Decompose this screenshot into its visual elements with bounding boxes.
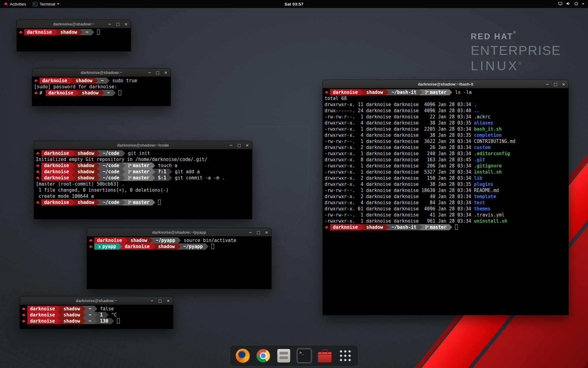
redhat-prompt-icon <box>36 150 41 156</box>
terminal-line: darknoiseshadow~/codemastertouch a <box>36 163 250 169</box>
executable-name: bash_it.sh <box>474 126 502 132</box>
window-close-button[interactable]: × <box>167 299 170 303</box>
terminal-text: -rwxrwxr-x. 1 darknoise darknoise 5327 J… <box>325 169 474 175</box>
dock-item-chrome[interactable] <box>255 348 271 364</box>
wallpaper-line <box>246 127 309 127</box>
window-close-button[interactable]: × <box>246 143 249 147</box>
powerline-arrow-icon <box>152 199 155 205</box>
window-maximize-button[interactable]: □ <box>116 22 120 26</box>
window-close-button[interactable]: × <box>562 82 565 86</box>
clock[interactable]: Sat 03:57 <box>285 2 303 6</box>
activities-button[interactable]: Activities <box>0 0 30 8</box>
terminal-line: total 68 <box>325 95 567 102</box>
terminal-content[interactable]: darknoiseshadow~/pyappsource bin/activat… <box>87 236 271 251</box>
prompt-segment-text: ~ <box>89 312 91 318</box>
terminal-text: drwxrwxr-x. 8 darknoise darknoise 163 Ja… <box>325 157 474 163</box>
window-maximize-button[interactable]: □ <box>257 230 260 234</box>
window-minimize-button[interactable]: − <box>148 71 151 75</box>
prompt-segment-host: shadow <box>61 312 83 318</box>
terminal-line: pyappdarknoiseshadow~/pyapp <box>89 243 270 250</box>
prompt-segment-text: darknoise <box>42 78 67 83</box>
powerline-arrow-icon <box>107 78 110 84</box>
terminal-content[interactable]: darknoiseshadow~falsedarknoiseshadow~1^C… <box>20 305 173 325</box>
prompt-segment-path: ~/bash-it <box>389 89 419 95</box>
window-titlebar[interactable]: darknoise@shadow:~ − □ × <box>20 297 173 305</box>
window-maximize-button[interactable]: □ <box>158 299 162 303</box>
terminal-text: -rw-rw-r--. 1 darknoise darknoise 3622 J… <box>325 139 474 144</box>
prompt-segment-text: shadow <box>63 318 80 324</box>
prompt-segment-text: shadow <box>82 90 98 96</box>
prompt-segment-text: ~/pyapp <box>156 238 175 243</box>
window-titlebar[interactable]: darknoise@shadow:~ − □ × <box>17 20 131 28</box>
redhat-prompt-icon <box>22 312 27 318</box>
terminal-content[interactable]: darknoiseshadow~sudo true[sudo] password… <box>32 77 171 97</box>
window-minimize-button[interactable]: − <box>150 299 154 303</box>
window-maximize-button[interactable]: □ <box>237 143 241 147</box>
terminal-window-code: darknoise@shadow:~/code − □ × darknoises… <box>34 141 252 219</box>
dock-item-firefox[interactable] <box>235 348 251 364</box>
window-titlebar[interactable]: darknoise@shadow:~ − □ × <box>32 68 171 77</box>
powerline-arrow-icon <box>386 89 389 95</box>
terminal-line: darknoiseshadow~ <box>19 29 129 35</box>
powerline-arrow-icon <box>169 169 172 175</box>
window-minimize-button[interactable]: − <box>546 82 549 86</box>
powerline-arrow-icon <box>178 237 181 243</box>
window-titlebar[interactable]: darknoise@shadow:~/bash-it − □ × <box>323 80 568 88</box>
window-minimize-button[interactable]: − <box>108 22 111 26</box>
window-minimize-button[interactable]: − <box>229 143 233 147</box>
dock-item-terminal[interactable]: >_ <box>296 348 312 364</box>
dock-item-files[interactable] <box>276 348 292 364</box>
prompt-segment-path: ~/pyapp <box>153 237 178 243</box>
redhat-prompt-icon <box>22 306 27 312</box>
window-close-button[interactable]: × <box>265 230 268 234</box>
powerline-arrow-icon <box>97 175 100 181</box>
powerline-arrow-icon <box>360 89 364 95</box>
terminal-line: drwx------. 24 darknoise darknoise 4096 … <box>325 108 567 114</box>
dock-item-app-grid[interactable] <box>337 348 353 364</box>
window-maximize-button[interactable]: □ <box>156 71 160 75</box>
prompt-segment-path: ~/code <box>100 169 122 175</box>
terminal-cursor <box>158 200 161 205</box>
prompt-segment-text: ~ <box>85 29 88 35</box>
terminal-content[interactable]: darknoiseshadow~/bash-itmasterls -latota… <box>323 88 568 231</box>
powerline-arrow-icon <box>83 312 86 318</box>
terminal-text: [sudo] password for darknoise: <box>34 84 117 90</box>
powerline-arrow-icon <box>449 224 452 230</box>
window-close-button[interactable]: × <box>164 71 168 75</box>
powerline-arrow-icon <box>97 150 100 156</box>
prompt-segment-text: darknoise <box>44 163 69 168</box>
window-titlebar[interactable]: darknoise@shadow:~/pyapp − □ × <box>87 228 271 236</box>
executable-name: .editorconfig <box>474 151 510 156</box>
terminal-content[interactable]: darknoiseshadow~/codegit initInitialized… <box>34 149 252 206</box>
window-maximize-button[interactable]: □ <box>554 82 557 86</box>
window-titlebar[interactable]: darknoise@shadow:~/code − □ × <box>34 141 252 149</box>
dock-item-software[interactable] <box>317 348 333 364</box>
terminal-text: -rw-rw-r--. 1 darknoise darknoise 22 Jan… <box>325 114 474 120</box>
prompt-segment-text: shadow <box>77 163 94 168</box>
prompt-segment-venv: pyapp <box>94 243 119 250</box>
prompt-segment-path: ~ <box>98 78 106 84</box>
system-menu[interactable] <box>554 0 588 8</box>
terminal-content[interactable]: darknoiseshadow~ <box>17 28 131 36</box>
prompt-segment-git: master <box>422 224 449 230</box>
powerline-arrow-icon <box>83 318 86 324</box>
file-cabinet-icon <box>277 349 290 362</box>
powerline-arrow-icon <box>83 306 86 312</box>
terminal-line: -rwxrwxr-x. 1 darknoise darknoise 240 Ja… <box>325 151 567 157</box>
directory-name: test <box>474 200 485 205</box>
window-minimize-button[interactable]: − <box>249 230 252 234</box>
terminal-line: drwxrwxr-x. 8 darknoise darknoise 163 Ja… <box>325 157 567 163</box>
powerline-arrow-icon <box>58 306 61 312</box>
redhat-prompt-icon <box>36 163 41 169</box>
terminal-window-pyapp: darknoise@shadow:~/pyapp − □ × darknoise… <box>87 228 272 289</box>
prompt-segment-host: shadow <box>73 78 95 84</box>
terminal-line: -rw-rw-r--. 1 darknoise darknoise 18630 … <box>325 187 567 194</box>
window-close-button[interactable]: × <box>124 22 128 26</box>
powerline-arrow-icon <box>122 175 125 181</box>
app-menu-terminal[interactable]: >_ Terminal <box>30 0 62 8</box>
prompt-segment-stat: 130 <box>97 318 111 324</box>
terminal-cursor <box>211 244 214 249</box>
prompt-segment-text: ~ <box>89 306 91 312</box>
terminal-text: drwxrwxr-x. 4 darknoise darknoise 38 Jan… <box>325 132 474 138</box>
terminal-text: 1 file changed, 0 insertions(+), 0 delet… <box>36 187 168 193</box>
